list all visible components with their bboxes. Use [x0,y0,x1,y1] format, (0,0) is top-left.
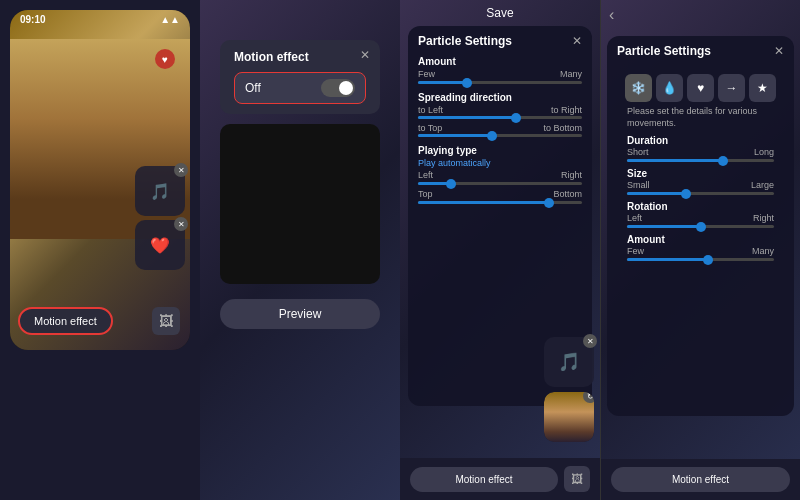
music-note-icon: 🎵 [558,351,580,373]
ps-close-4[interactable]: ✕ [774,44,784,58]
spread-tb-thumb [487,131,497,141]
play-tb-fill [418,201,549,204]
side-icon-person[interactable]: ↻ [544,392,594,442]
tab-snowflake[interactable]: ❄️ [625,74,652,102]
tab-drop[interactable]: 💧 [656,74,683,102]
amount-max: Many [560,69,582,79]
rotation-label: Rotation [627,201,774,212]
play-lr-thumb [446,179,456,189]
dur-max: Long [754,147,774,157]
amount-slider-4[interactable] [627,258,774,261]
amount-fill-4 [627,258,708,261]
duration-fill [627,159,723,162]
rot-min: Left [627,213,642,223]
play-tb-row: Top Bottom [418,189,582,199]
photo-icon-3[interactable]: 🖼 [564,466,590,492]
amt-min-4: Few [627,246,644,256]
play-lr-row: Left Right [418,170,582,180]
motion-effect-btn-3[interactable]: Motion effect [410,467,558,492]
save-header: Save [400,0,600,26]
play-lr-slider[interactable] [418,182,582,185]
amount-range: Few Many [418,69,582,79]
amount-thumb [462,78,472,88]
panel-particle-detail: ‹ Particle Settings ✕ ❄️ 💧 ♥ → ★ Please … [600,0,800,500]
panel4-bottom-bar: Motion effect [601,459,800,500]
spreading-label: Spreading direction [418,92,582,103]
size-slider[interactable] [627,192,774,195]
particle-detail-box: Particle Settings ✕ ❄️ 💧 ♥ → ★ Please se… [607,36,794,416]
spread-right: to Right [551,105,582,115]
spread-top: to Top [418,123,442,133]
spread-left: to Left [418,105,443,115]
amount-setting-4: Amount Few Many [617,234,784,261]
rotation-fill [627,225,701,228]
tab-star[interactable]: ★ [749,74,776,102]
playtype-setting: Playing type Play automatically Left Rig… [418,145,582,204]
close-icon-music[interactable]: ✕ [174,163,188,177]
time-display: 09:10 [20,14,46,25]
motion-toggle[interactable] [321,79,355,97]
rotation-thumb [696,222,706,232]
motion-popup: Motion effect ✕ Off [220,40,380,114]
ps-title: Particle Settings [418,34,512,48]
phone-icons-grid: 🎵 ✕ ❤️ ✕ [135,166,185,270]
amount-label-4: Amount [627,234,774,245]
play-auto-label: Play automatically [418,158,582,168]
motion-effect-button[interactable]: Motion effect [18,307,113,335]
side-icons-group: 🎵 ✕ ↻ [544,337,594,442]
icon-tabs: ❄️ 💧 ♥ → ★ [617,66,784,106]
phone-screen: 09:10 ▲▲ ♥ 🎵 ✕ ❤️ ✕ Motion effect 🖼 [10,10,190,350]
tab-heart[interactable]: ♥ [687,74,714,102]
size-label: Size [627,168,774,179]
music-icon: 🎵 [150,182,170,201]
popup-close-btn[interactable]: ✕ [360,48,370,62]
ps-close-btn[interactable]: ✕ [572,34,582,48]
spread-tb-slider[interactable] [418,134,582,137]
size-thumb [681,189,691,199]
amount-slider[interactable] [418,81,582,84]
panel-particle-settings: Save Particle Settings ✕ Amount Few Many [400,0,600,500]
icon-music: 🎵 ✕ [135,166,185,216]
spread-lr-fill [418,116,516,119]
amount-setting: Amount Few Many [418,56,582,84]
duration-range: Short Long [627,147,774,157]
amt-max-4: Many [752,246,774,256]
ps-title-4: Particle Settings [617,44,711,58]
heart-icon: ❤️ [150,236,170,255]
spreading-setting: Spreading direction to Left to Right to … [418,92,582,137]
side-icon-music[interactable]: 🎵 ✕ [544,337,594,387]
spread-lr-slider[interactable] [418,116,582,119]
photo-icon[interactable]: 🖼 [152,307,180,335]
spread-tb-fill [418,134,492,137]
size-min: Small [627,180,650,190]
close-side-person[interactable]: ↻ [583,392,594,403]
close-side-music[interactable]: ✕ [583,334,597,348]
rot-max: Right [753,213,774,223]
size-max: Large [751,180,774,190]
close-icon-heart[interactable]: ✕ [174,217,188,231]
preview-button[interactable]: Preview [220,299,380,329]
play-top: Top [418,189,433,199]
play-bottom: Bottom [553,189,582,199]
size-setting: Size Small Large [617,168,784,195]
play-lr-fill [418,182,451,185]
panel-phone-wallpaper: 09:10 ▲▲ ♥ 🎵 ✕ ❤️ ✕ Motion effect 🖼 [0,0,200,500]
size-range: Small Large [627,180,774,190]
ps-header-4: Particle Settings ✕ [617,44,784,58]
play-tb-slider[interactable] [418,201,582,204]
panel-motion-popup: Motion effect ✕ Off Preview [200,0,400,500]
panel4-top-bar: ‹ [601,0,800,28]
rotation-slider[interactable] [627,225,774,228]
duration-slider[interactable] [627,159,774,162]
back-chevron[interactable]: ‹ [609,6,614,24]
play-left: Left [418,170,433,180]
panel3-wrap: Save Particle Settings ✕ Amount Few Many [400,0,600,500]
tab-arrow[interactable]: → [718,74,745,102]
toggle-row: Off [234,72,366,104]
save-label: Save [486,6,513,20]
duration-thumb [718,156,728,166]
photo-glyph-3: 🖼 [571,472,583,486]
spread-lr-thumb [511,113,521,123]
panel4-wrap: ‹ Particle Settings ✕ ❄️ 💧 ♥ → ★ Please … [601,0,800,500]
motion-effect-btn-4[interactable]: Motion effect [611,467,790,492]
